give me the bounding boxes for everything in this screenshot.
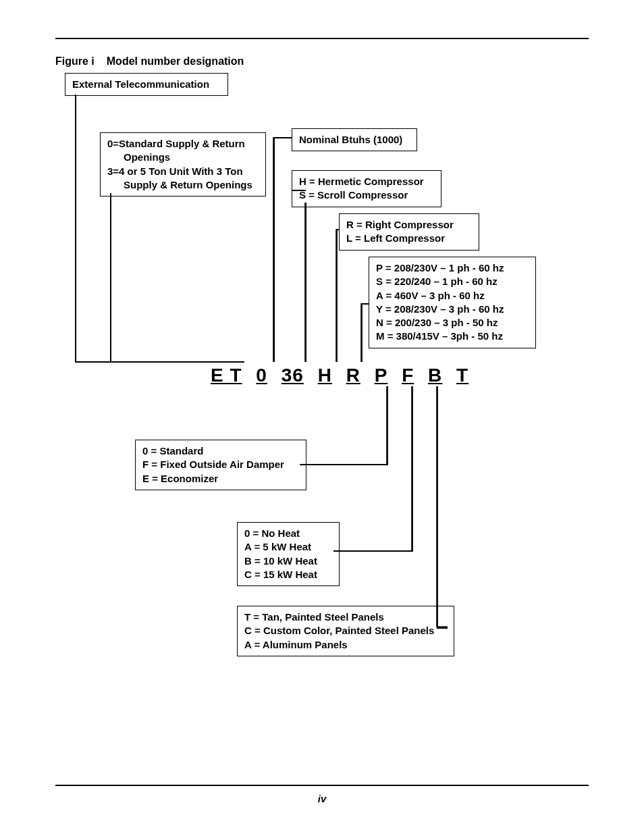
heat-l1: 0 = No Heat <box>244 527 332 540</box>
air-l2: F = Fixed Outside Air Damper <box>142 458 299 471</box>
box-openings: 0=Standard Supply & Return Openings 3=4 … <box>100 132 266 197</box>
volt-l4: Y = 208/230V – 3 ph - 60 hz <box>376 303 529 316</box>
box-btuh: Nominal Btuhs (1000) <box>292 128 417 151</box>
model-voltage: P <box>375 365 388 386</box>
openings-line1: 0=Standard Supply & Return Openings <box>107 137 259 165</box>
model-panel: T <box>456 365 468 386</box>
box-voltage: P = 208/230V – 1 ph - 60 hz S = 220/240 … <box>369 257 536 348</box>
figure-title: Model number designation <box>107 55 244 67</box>
volt-l6: M = 380/415V – 3ph - 50 hz <box>376 330 529 343</box>
heat-l4: C = 15 kW Heat <box>244 568 332 581</box>
page: Figure iModel number designation Externa… <box>0 0 644 834</box>
box-et: External Telecommunication <box>65 73 228 96</box>
panel-l1: T = Tan, Painted Steel Panels <box>244 610 447 624</box>
compressor-l2: S = Scroll Compressor <box>299 188 434 202</box>
volt-l5: N = 200/230 – 3 ph - 50 hz <box>376 316 529 330</box>
air-l3: E = Economizer <box>142 472 299 486</box>
model-number: E T 0 36 H R P F B T <box>207 365 473 386</box>
model-et: E T <box>211 365 242 386</box>
volt-l2: S = 220/240 – 1 ph - 60 hz <box>376 275 529 288</box>
volt-l1: P = 208/230V – 1 ph - 60 hz <box>376 261 529 275</box>
rule-top <box>55 38 589 39</box>
side-l1: R = Right Compressor <box>346 218 472 232</box>
model-heat: B <box>428 365 442 386</box>
box-et-text: External Telecommunication <box>72 78 209 90</box>
box-side: R = Right Compressor L = Left Compressor <box>339 213 479 251</box>
heat-l2: A = 5 kW Heat <box>244 540 332 554</box>
page-number: iv <box>0 793 644 804</box>
panel-l2: C = Custom Color, Painted Steel Panels <box>244 624 447 637</box>
rule-bottom <box>55 785 589 786</box>
model-air: F <box>402 365 414 386</box>
box-air: 0 = Standard F = Fixed Outside Air Dampe… <box>135 440 306 490</box>
box-heat: 0 = No Heat A = 5 kW Heat B = 10 kW Heat… <box>237 522 340 586</box>
box-compressor: H = Hermetic Compressor S = Scroll Compr… <box>292 170 441 207</box>
air-l1: 0 = Standard <box>142 444 299 458</box>
model-openings: 0 <box>256 365 267 386</box>
compressor-l1: H = Hermetic Compressor <box>299 175 434 188</box>
connector-lines-clean <box>0 0 644 834</box>
connector-lines <box>0 0 644 834</box>
figure-number: Figure i <box>55 55 95 67</box>
openings-line2: 3=4 or 5 Ton Unit With 3 Ton Supply & Re… <box>107 165 259 192</box>
figure-caption: Figure iModel number designation <box>55 55 244 68</box>
panel-l3: A = Aluminum Panels <box>244 638 447 652</box>
btuh-text: Nominal Btuhs (1000) <box>299 134 402 145</box>
model-btuh: 36 <box>281 365 304 386</box>
box-panel: T = Tan, Painted Steel Panels C = Custom… <box>237 606 454 656</box>
volt-l3: A = 460V – 3 ph - 60 hz <box>376 289 529 303</box>
side-l2: L = Left Compressor <box>346 232 472 245</box>
model-side: R <box>346 365 360 386</box>
model-compressor: H <box>318 365 332 386</box>
heat-l3: B = 10 kW Heat <box>244 554 332 568</box>
